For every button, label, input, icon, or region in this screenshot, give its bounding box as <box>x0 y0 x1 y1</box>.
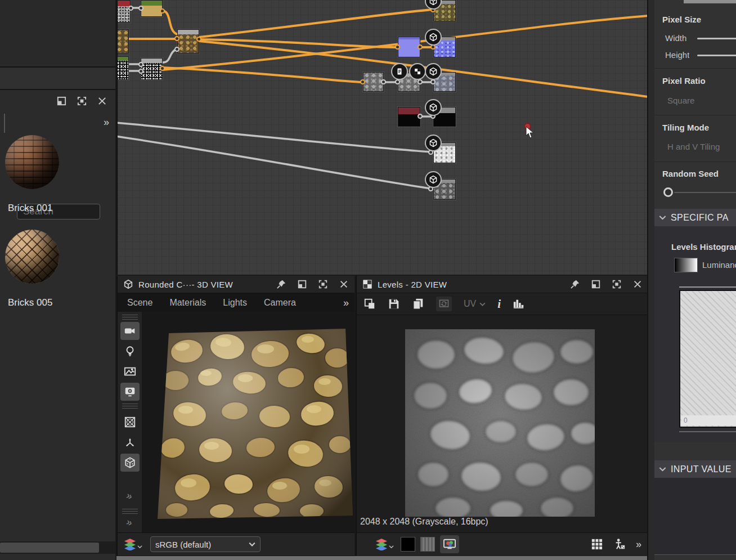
view2d-image[interactable] <box>405 329 595 517</box>
node-port[interactable] <box>174 47 179 52</box>
checker-badge-icon[interactable] <box>409 63 426 80</box>
node-port[interactable] <box>418 114 423 119</box>
close-icon[interactable] <box>631 278 644 290</box>
node-port[interactable] <box>174 36 179 41</box>
input-values-section-header[interactable]: INPUT VALUE <box>654 460 736 478</box>
colorspace-select[interactable]: sRGB (default) <box>150 536 261 552</box>
maximize-icon[interactable] <box>611 278 623 290</box>
node-port[interactable] <box>138 6 143 11</box>
maximize-icon[interactable] <box>75 95 88 107</box>
maximize-icon[interactable] <box>317 278 329 290</box>
graph-node[interactable] <box>398 37 420 57</box>
library-horizontal-scrollbar[interactable] <box>0 541 115 554</box>
specific-parameters-section-header[interactable]: SPECIFIC PA <box>654 209 736 226</box>
pin-icon[interactable] <box>569 278 581 290</box>
material-thumbnail-bricks-005[interactable] <box>5 230 59 284</box>
tab-materials[interactable]: Materials <box>169 298 206 308</box>
node-port[interactable] <box>418 44 423 50</box>
histogram-icon[interactable] <box>513 298 525 310</box>
graph-node[interactable] <box>398 107 420 127</box>
layers-icon[interactable] <box>375 538 394 550</box>
gradient-swatch[interactable] <box>674 258 698 272</box>
toolbar-grip[interactable] <box>122 315 138 320</box>
random-seed-slider-knob[interactable] <box>663 187 673 197</box>
toolbar-more-chevron-icon[interactable]: » <box>125 490 134 501</box>
output-cube-badge-icon[interactable] <box>425 135 442 151</box>
node-port[interactable] <box>430 79 436 84</box>
camera-display-icon[interactable] <box>120 322 140 340</box>
node-port[interactable] <box>418 79 423 84</box>
node-port[interactable] <box>138 62 143 67</box>
geometry-icon[interactable] <box>120 413 140 431</box>
info-icon[interactable]: i <box>497 297 501 311</box>
node-port[interactable] <box>395 44 400 50</box>
cube-mesh-icon[interactable] <box>120 454 140 472</box>
save-icon[interactable] <box>388 298 400 310</box>
tabs-more-chevron-icon[interactable]: » <box>343 298 349 308</box>
close-icon[interactable] <box>96 95 108 107</box>
output-cube-badge-icon[interactable] <box>425 63 442 80</box>
view3d-header[interactable]: Rounded C···- 3D VIEW <box>118 276 354 293</box>
tab-camera[interactable]: Camera <box>264 298 296 308</box>
display-color-icon[interactable] <box>440 535 459 553</box>
levels-histogram-widget[interactable]: 0 <box>679 290 736 428</box>
width-slider[interactable] <box>697 38 736 39</box>
node-port[interactable] <box>138 69 143 74</box>
auto-refresh-icon[interactable] <box>436 297 452 311</box>
graph-node[interactable] <box>116 29 129 53</box>
mannequin-icon[interactable] <box>613 538 626 550</box>
height-slider[interactable] <box>697 55 736 56</box>
properties-scroll-gutter[interactable] <box>648 0 654 560</box>
node-port[interactable] <box>160 8 165 14</box>
output-cube-badge-icon[interactable] <box>425 99 442 116</box>
node-port[interactable] <box>128 6 133 11</box>
copy-icon[interactable] <box>412 298 424 310</box>
graph-node[interactable] <box>116 56 129 80</box>
view2d-header[interactable]: Levels - 2D VIEW <box>357 276 648 293</box>
scrollbar-thumb[interactable] <box>0 543 99 553</box>
histogram-channel-value[interactable]: Luminance <box>702 260 736 270</box>
float-icon[interactable] <box>55 95 68 107</box>
pin-icon[interactable] <box>275 278 288 290</box>
float-icon[interactable] <box>590 278 602 290</box>
layers-icon[interactable] <box>123 538 142 550</box>
new-view-icon[interactable] <box>363 298 376 310</box>
graph-node[interactable] <box>116 0 131 23</box>
graph-node[interactable] <box>177 29 199 53</box>
tiling-mode-value[interactable]: H and V Tiling <box>667 142 720 151</box>
graph-node[interactable] <box>141 0 163 17</box>
document-badge-icon[interactable] <box>391 63 408 80</box>
output-cube-badge-icon[interactable] <box>425 29 442 46</box>
toolbar-more-chevron-icon[interactable]: » <box>125 517 134 528</box>
background-black-swatch[interactable] <box>401 537 415 552</box>
float-icon[interactable] <box>296 278 308 290</box>
node-port[interactable] <box>360 79 365 84</box>
axes-gizmo-icon[interactable] <box>120 433 140 451</box>
node-port[interactable] <box>381 79 386 84</box>
tab-lights[interactable]: Lights <box>223 298 247 308</box>
node-port[interactable] <box>196 37 201 42</box>
uv-mode-control[interactable]: UV <box>464 299 486 309</box>
toolbar-grip[interactable] <box>122 509 138 514</box>
display-settings-icon[interactable] <box>120 383 140 401</box>
random-seed-slider-track[interactable] <box>674 192 736 193</box>
environment-image-icon[interactable] <box>120 362 140 380</box>
background-gray-swatch[interactable] <box>420 537 435 552</box>
toolbar-grip[interactable] <box>122 404 138 409</box>
tab-scene[interactable]: Scene <box>127 298 152 308</box>
node-port[interactable] <box>395 79 400 84</box>
close-icon[interactable] <box>338 278 350 290</box>
node-port[interactable] <box>160 66 165 71</box>
bottom-more-chevron-icon[interactable]: » <box>636 539 641 549</box>
scrollbar-thumb[interactable] <box>684 0 736 3</box>
pixel-ratio-value[interactable]: Square <box>667 96 694 105</box>
light-bulb-icon[interactable] <box>120 342 140 360</box>
output-cube-badge-icon[interactable] <box>425 171 442 188</box>
material-thumbnail-bricks-001[interactable] <box>5 135 59 189</box>
library-item[interactable]: Bricks 001 <box>5 135 59 214</box>
grid-icon[interactable] <box>591 538 603 550</box>
view3d-viewport[interactable] <box>142 312 354 532</box>
search-more-chevron-icon[interactable]: » <box>104 117 109 127</box>
library-item[interactable]: Bricks 005 <box>5 230 59 308</box>
node-graph-canvas[interactable] <box>116 0 648 275</box>
